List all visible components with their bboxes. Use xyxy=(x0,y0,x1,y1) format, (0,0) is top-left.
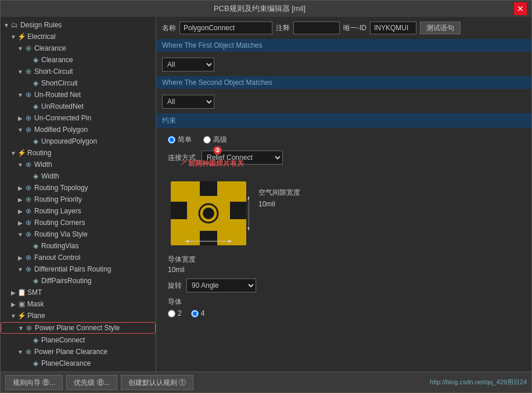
first-object-row: All xyxy=(156,55,531,76)
name-input[interactable] xyxy=(179,22,272,34)
tree-item-routingvias[interactable]: ◈ RoutingVias xyxy=(1,240,156,252)
conductor-2-radio[interactable] xyxy=(168,310,175,317)
expand-icon[interactable]: ▼ xyxy=(17,69,24,75)
diffpairsrouting-icon: ◈ xyxy=(31,276,40,285)
create-default-button[interactable]: 创建默认认规则 ① xyxy=(121,375,193,390)
fanout-icon: ⊕ xyxy=(24,253,33,262)
expand-icon[interactable]: ▶ xyxy=(17,208,24,215)
tree-item-design-rules[interactable]: ▼ 🗂 Design Rules xyxy=(1,19,156,31)
rotation-dropdown[interactable]: 90 Angle 45 Angle xyxy=(186,278,256,292)
conductor-4-label[interactable]: 4 xyxy=(191,309,205,317)
expand-icon[interactable]: ▼ xyxy=(17,162,24,168)
conductor-4-value: 4 xyxy=(201,309,205,317)
expand-icon[interactable]: ▼ xyxy=(17,266,24,273)
tree-item-power-plane-clearance[interactable]: ▼ ⊕ Power Plane Clearance xyxy=(1,346,156,358)
tree-label: SMT xyxy=(27,288,42,296)
expand-icon[interactable]: ▼ xyxy=(17,231,24,238)
name-label: 名称 xyxy=(162,23,176,33)
tree-label: Un-Connected Pin xyxy=(34,114,91,122)
tree-item-diffpairsrouting[interactable]: ◈ DiffPairsRouting xyxy=(1,275,156,287)
tree-item-fanout[interactable]: ▶ ⊕ Fanout Control xyxy=(1,252,156,263)
left-panel: ▼ 🗂 Design Rules ▼ ⚡ Electrical xyxy=(1,17,156,371)
tree-item-unconnected-pin[interactable]: ▶ ⊕ Un-Connected Pin xyxy=(1,112,156,124)
conductor-bottom-label: 导体 xyxy=(168,297,520,307)
expand-icon[interactable]: ▶ xyxy=(17,185,24,191)
tree-item-width-leaf[interactable]: ◈ Width xyxy=(1,170,156,182)
badge-2: ② xyxy=(213,146,222,155)
second-object-dropdown[interactable]: All xyxy=(162,95,214,109)
expand-icon[interactable]: ▼ xyxy=(17,92,24,98)
tree-item-planeclearance[interactable]: ◈ PlaneClearance xyxy=(1,358,156,369)
conductor-4-radio[interactable] xyxy=(191,310,199,317)
test-button[interactable]: 测试语句 xyxy=(420,22,461,34)
expand-icon[interactable]: ▼ xyxy=(3,22,10,28)
tree-item-clearance-group[interactable]: ▼ ⊕ Clearance xyxy=(1,42,156,54)
window-title: PCB规则及约束编辑器 [mil] xyxy=(5,3,514,14)
tree-item-routing-corners[interactable]: ▶ ⊕ Routing Corners xyxy=(1,217,156,228)
tree-label: Width xyxy=(34,160,52,169)
tree-item-smt[interactable]: ▶ 📋 SMT xyxy=(1,287,156,298)
expand-icon[interactable]: ▼ xyxy=(10,150,17,156)
conductor-2-label[interactable]: 2 xyxy=(168,309,182,317)
tree-item-short-circuit-leaf[interactable]: ◈ ShortCircuit xyxy=(1,77,156,89)
diff-pairs-icon: ⊕ xyxy=(24,265,33,274)
tree-item-routing[interactable]: ▼ ⚡ Routing xyxy=(1,147,156,159)
right-panel-content[interactable]: 名称 注释 唯一-ID 测试语句 Where The First Object … xyxy=(156,17,531,371)
plane-icon: ⚡ xyxy=(17,311,26,320)
expand-icon[interactable]: ▼ xyxy=(17,45,24,52)
expand-icon[interactable]: ▶ xyxy=(17,115,24,122)
tree-item-unpouredpolygon[interactable]: ◈ UnpouredPolygon xyxy=(1,135,156,147)
expand-icon[interactable]: ▼ xyxy=(10,313,17,319)
tree-item-routing-priority[interactable]: ▶ ⊕ Routing Priority xyxy=(1,194,156,205)
tree-label: Width xyxy=(41,172,59,180)
tree-item-unrouted-leaf[interactable]: ◈ UnRoutedNet xyxy=(1,101,156,112)
tree-item-electrical[interactable]: ▼ ⚡ Electrical xyxy=(1,31,156,42)
tree-item-routing-via-style[interactable]: ▼ ⊕ Routing Via Style xyxy=(1,228,156,240)
tree-label: Clearance xyxy=(34,44,66,52)
tree-item-diff-pairs[interactable]: ▼ ⊕ Differential Pairs Routing xyxy=(1,263,156,275)
mask-icon: ▣ xyxy=(17,299,26,309)
tree-item-routing-layers[interactable]: ▶ ⊕ Routing Layers xyxy=(1,205,156,217)
simple-radio-label[interactable]: 简单 xyxy=(168,135,192,145)
tree-area[interactable]: ▼ 🗂 Design Rules ▼ ⚡ Electrical xyxy=(1,17,156,371)
tree-item-planeconnect[interactable]: ◈ PlaneConnect xyxy=(1,334,156,346)
expand-icon[interactable]: ▶ xyxy=(17,255,24,261)
tree-label: Electrical xyxy=(27,33,56,41)
expand-icon[interactable]: ▶ xyxy=(10,290,17,296)
tree-item-width[interactable]: ▼ ⊕ Width xyxy=(1,159,156,170)
expand-icon[interactable]: ▼ xyxy=(17,127,24,133)
expand-icon[interactable]: ▶ xyxy=(17,196,24,203)
tree-item-plane[interactable]: ▼ ⚡ Plane xyxy=(1,310,156,321)
routing-layers-icon: ⊕ xyxy=(24,206,33,216)
advanced-radio-label[interactable]: 高级 xyxy=(203,135,227,145)
second-object-header: Where The Second Object Matches xyxy=(156,76,531,89)
tree-label: Routing Topology xyxy=(34,184,88,192)
first-object-dropdown[interactable]: All xyxy=(162,58,214,72)
tree-item-modified-polygon[interactable]: ▼ ⊕ Modified Polygon xyxy=(1,124,156,135)
tree-item-mask[interactable]: ▶ ▣ Mask xyxy=(1,298,156,310)
bottom-spacer xyxy=(156,320,531,337)
tree-item-routing-topology[interactable]: ▶ ⊕ Routing Topology xyxy=(1,182,156,194)
expand-icon[interactable]: ▼ xyxy=(17,349,24,355)
note-input[interactable] xyxy=(293,22,340,34)
tree-label: DiffPairsRouting xyxy=(41,277,91,285)
width-leaf-icon: ◈ xyxy=(31,172,40,181)
tree-label: PlaneConnect xyxy=(41,336,85,344)
tree-item-power-plane-connect[interactable]: ▼ ⊕ Power Plane Connect Style xyxy=(1,321,156,334)
close-button[interactable]: ✕ xyxy=(514,2,527,15)
advanced-radio[interactable] xyxy=(203,136,211,144)
expand-icon[interactable]: ▶ xyxy=(17,220,24,226)
expand-icon[interactable]: ▼ xyxy=(17,325,24,331)
tree-item-short-circuit[interactable]: ▼ ⊕ Short-Circuit xyxy=(1,66,156,77)
tree-item-unrouted-net[interactable]: ▼ ⊕ Un-Routed Net xyxy=(1,89,156,101)
priority-button[interactable]: 优先级 ⑧... xyxy=(66,375,117,390)
rule-wizard-button[interactable]: 规则向导 ⑧... xyxy=(5,375,63,390)
routing-corners-icon: ⊕ xyxy=(24,218,33,227)
expand-icon[interactable]: ▼ xyxy=(10,34,17,40)
power-plane-connect-icon: ⊕ xyxy=(24,323,34,333)
expand-icon[interactable]: ▶ xyxy=(10,301,17,308)
tree-item-clearance-leaf[interactable]: ◈ Clearance xyxy=(1,54,156,66)
electrical-icon: ⚡ xyxy=(17,32,26,41)
simple-radio[interactable] xyxy=(168,136,175,144)
id-input[interactable] xyxy=(370,22,416,34)
